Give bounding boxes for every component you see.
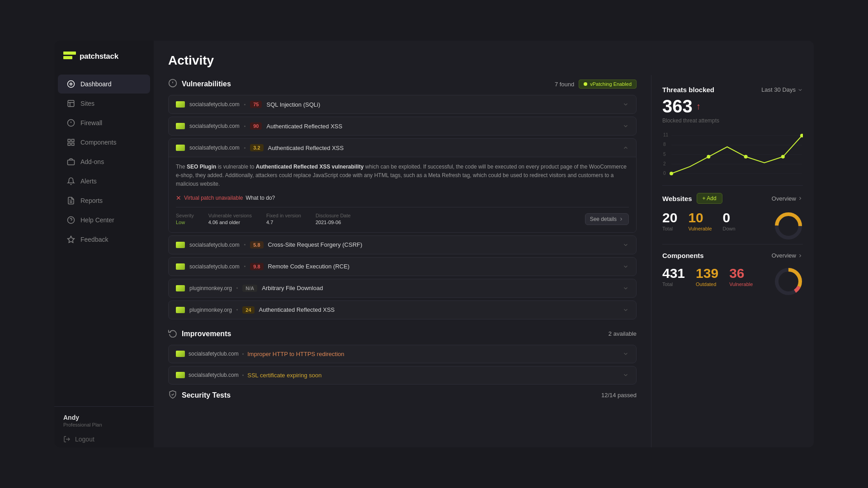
- vulnerabilities-section-header: Vulnerabilities 7 found vPatching Enable…: [168, 79, 637, 89]
- websites-overview-link[interactable]: Overview: [772, 195, 803, 202]
- vuln-details-table: Severity Low Vulnerable versions 4.06 an…: [176, 207, 629, 225]
- site-icon: [176, 123, 185, 129]
- sidebar-item-alerts[interactable]: Alerts: [58, 172, 150, 191]
- vuln-row-header[interactable]: pluginmonkey.org • N/A Arbitrary File Do…: [169, 279, 636, 297]
- chevron-up-icon: [623, 145, 629, 151]
- improvement-row: socialsafetyclub.com • SSL certificate e…: [168, 366, 637, 385]
- vuln-row-header[interactable]: socialsafetyclub.com • 90 Authenticated …: [169, 117, 636, 135]
- page-header: Activity: [154, 41, 814, 75]
- content-area: Vulnerabilities 7 found vPatching Enable…: [154, 75, 814, 447]
- chevron-right-icon: [797, 253, 803, 258]
- site-name: pluginmonkey.org: [189, 307, 232, 313]
- vuln-description: The SEO Plugin is vulnerable to Authenti…: [176, 163, 629, 189]
- logout-label: Logout: [75, 436, 94, 443]
- improve-site: socialsafetyclub.com: [189, 351, 239, 357]
- vuln-row-header[interactable]: socialsafetyclub.com • 9.8 Remote Code E…: [169, 258, 636, 276]
- sidebar-item-dashboard[interactable]: Dashboard: [58, 75, 150, 94]
- vuln-found-badge: 7 found: [555, 81, 574, 88]
- svg-text:2: 2: [663, 161, 666, 166]
- period-selector[interactable]: Last 30 Days: [761, 86, 803, 93]
- logout-button[interactable]: Logout: [54, 431, 154, 447]
- improve-name: Improper HTTP to HTTPS redirection: [247, 351, 344, 357]
- site-icon: [176, 242, 185, 248]
- help-icon: [67, 216, 75, 224]
- vuln-row-expanded: socialsafetyclub.com • 3.2 Authenticated…: [168, 138, 637, 233]
- components-vulnerable: 36 Vulnerable: [729, 267, 753, 287]
- sidebar-label-help: Help Center: [80, 216, 114, 224]
- threats-header: Threats blocked Last 30 Days: [662, 86, 803, 94]
- sidebar-item-sites[interactable]: Sites: [58, 94, 150, 113]
- websites-donut-chart: [774, 211, 803, 240]
- svg-point-0: [68, 81, 75, 88]
- sidebar-label-components: Components: [80, 139, 116, 146]
- vuln-row-header[interactable]: socialsafetyclub.com • 3.2 Authenticated…: [169, 139, 636, 157]
- sidebar-item-addons[interactable]: Add-ons: [58, 152, 150, 171]
- sidebar-item-reports[interactable]: Reports: [58, 191, 150, 210]
- logo-text: patchstack: [80, 52, 118, 61]
- chevron-down-icon: [623, 307, 629, 313]
- websites-vulnerable: 10 Vulnerable: [688, 211, 712, 231]
- vuln-name: Cross-Site Request Forgery (CSRF): [268, 241, 618, 248]
- vuln-row-header[interactable]: socialsafetyclub.com • 5.8 Cross-Site Re…: [169, 236, 636, 254]
- left-panel: Vulnerabilities 7 found vPatching Enable…: [154, 75, 651, 447]
- svg-text:11: 11: [663, 132, 669, 137]
- vuln-name: Authenticated Reflected XSS: [266, 123, 618, 130]
- sites-icon: [67, 99, 75, 108]
- logo-icon: [63, 52, 76, 61]
- vuln-row: socialsafetyclub.com • 75 SQL Injection …: [168, 95, 637, 114]
- websites-down: 0 Down: [723, 211, 736, 231]
- threats-subtitle: Blocked threat attempts: [662, 117, 803, 124]
- site-name: socialsafetyclub.com: [189, 145, 240, 151]
- security-icon: [168, 390, 177, 401]
- divider: [662, 244, 803, 244]
- sidebar-item-firewall[interactable]: Firewall: [58, 113, 150, 132]
- x-icon: ✕: [176, 194, 181, 202]
- site-icon: [176, 101, 185, 108]
- svg-rect-2: [68, 100, 74, 107]
- vuln-title-group: Vulnerabilities: [168, 79, 231, 89]
- chevron-down-icon: [623, 123, 629, 129]
- sidebar-label-addons: Add-ons: [80, 158, 104, 165]
- see-details-button[interactable]: See details: [585, 213, 629, 225]
- improvement-row-header[interactable]: socialsafetyclub.com • SSL certificate e…: [169, 366, 636, 384]
- svg-text:0: 0: [663, 171, 666, 176]
- site-icon: [176, 145, 185, 151]
- websites-title: Websites: [662, 195, 692, 202]
- chevron-down-icon: [623, 372, 629, 378]
- sidebar-item-feedback[interactable]: Feedback: [58, 230, 150, 249]
- disclosure-date-col: Disclosure Date 2021-09-06: [316, 213, 351, 225]
- chevron-down-icon: [623, 242, 629, 248]
- sidebar-item-help[interactable]: Help Center: [58, 211, 150, 230]
- add-website-button[interactable]: + Add: [697, 193, 722, 204]
- vuln-name: Arbitrary File Download: [262, 285, 618, 291]
- websites-total: 20 Total: [662, 211, 677, 231]
- user-plan: Professional Plan: [63, 422, 145, 427]
- chart-point: [707, 155, 710, 159]
- chevron-down-icon: [797, 87, 803, 93]
- websites-section-header: Websites + Add Overview: [662, 193, 803, 204]
- svg-text:5: 5: [663, 152, 666, 157]
- vuln-name: Remote Code Execution (RCE): [268, 263, 618, 270]
- threats-title: Threats blocked: [662, 86, 714, 94]
- components-overview-link[interactable]: Overview: [772, 252, 803, 259]
- vuln-row-header[interactable]: socialsafetyclub.com • 75 SQL Injection …: [169, 95, 636, 113]
- chart-point: [744, 155, 748, 159]
- what-todo: What to do?: [246, 195, 275, 201]
- components-title: Components: [662, 252, 704, 259]
- sidebar-label-feedback: Feedback: [80, 236, 108, 243]
- chevron-right-icon: [797, 196, 803, 201]
- site-name: pluginmonkey.org: [189, 285, 232, 291]
- score-badge: 9.8: [250, 263, 263, 270]
- improvements-section-header: Improvements 2 available: [168, 328, 637, 339]
- site-icon: [176, 351, 185, 357]
- improve-name: SSL certificate expiring soon: [247, 372, 321, 379]
- components-outdated: 139 Outdated: [696, 267, 718, 287]
- sidebar-item-components[interactable]: Components: [58, 133, 150, 152]
- chart-point: [781, 155, 785, 159]
- svg-point-1: [70, 83, 72, 85]
- svg-rect-9: [72, 139, 74, 141]
- site-icon: [176, 372, 185, 378]
- vuln-row-header[interactable]: pluginmonkey.org • 24 Authenticated Refl…: [169, 301, 636, 319]
- score-badge: 24: [242, 306, 254, 314]
- improvement-row-header[interactable]: socialsafetyclub.com • Improper HTTP to …: [169, 345, 636, 363]
